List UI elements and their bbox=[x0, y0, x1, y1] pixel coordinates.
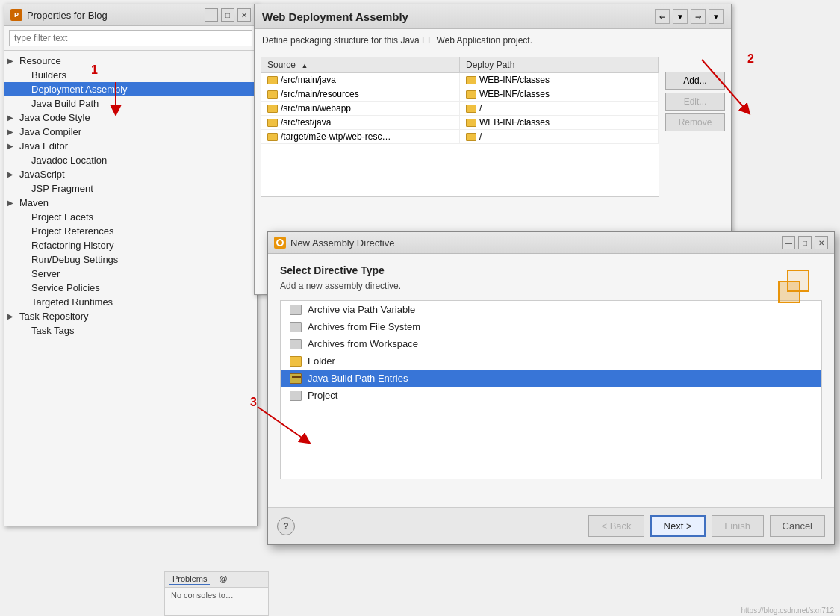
annotation-3: 3 bbox=[250, 396, 257, 409]
sidebar-item-label: Project Facets bbox=[31, 211, 93, 223]
problems-content: No consoles to… bbox=[165, 588, 268, 603]
expand-arrow-icon: ▶ bbox=[7, 113, 16, 122]
nad-footer-left: ? bbox=[277, 517, 295, 535]
table-row[interactable]: /src/test/javaWEB-INF/classes bbox=[261, 116, 659, 130]
forward-nav-button[interactable]: ⇒ bbox=[691, 9, 706, 24]
nad-list-item-label: Archives from Workspace bbox=[308, 338, 418, 349]
expand-arrow-icon: ▶ bbox=[7, 170, 16, 178]
table-row[interactable]: /src/main/resourcesWEB-INF/classes bbox=[261, 87, 659, 102]
sidebar-item-maven[interactable]: ▶Maven bbox=[4, 196, 257, 210]
minimize-button[interactable]: — bbox=[205, 8, 218, 22]
folder-icon bbox=[466, 90, 476, 99]
source-cell: /src/test/java bbox=[261, 116, 460, 129]
nad-close-button[interactable]: ✕ bbox=[815, 236, 828, 249]
properties-title: Properties for Blog bbox=[27, 10, 108, 21]
sidebar-item-java-build-path[interactable]: Java Build Path bbox=[4, 96, 257, 111]
problems-bar-header: Problems @ bbox=[165, 572, 268, 588]
deployment-title: Web Deployment Assembly bbox=[262, 10, 408, 23]
back-nav-button[interactable]: ⇐ bbox=[655, 9, 670, 24]
expand-arrow-icon: ▶ bbox=[7, 199, 16, 207]
annotation-2: 2 bbox=[747, 52, 754, 66]
deploy-cell: WEB-INF/classes bbox=[460, 116, 659, 129]
next-button[interactable]: Next > bbox=[650, 515, 706, 537]
sidebar-item-label: Refactoring History bbox=[31, 240, 114, 251]
deployment-table: Source ▲ Deploy Path /src/main/javaWEB-I… bbox=[261, 57, 659, 197]
sidebar-item-label: Builders bbox=[31, 69, 66, 81]
table-row[interactable]: /src/main/javaWEB-INF/classes bbox=[261, 73, 659, 87]
nad-list-item[interactable]: Project bbox=[281, 387, 821, 404]
maximize-button[interactable]: □ bbox=[221, 8, 234, 22]
sidebar-item-label: Java Build Path bbox=[31, 98, 99, 109]
back-button[interactable]: < Back bbox=[588, 515, 644, 537]
cancel-button[interactable]: Cancel bbox=[770, 515, 825, 537]
sidebar-item-rundebug-settings[interactable]: Run/Debug Settings bbox=[4, 252, 257, 267]
sidebar-item-task-repository[interactable]: ▶Task Repository bbox=[4, 309, 257, 323]
finish-button[interactable]: Finish bbox=[712, 515, 764, 537]
sidebar-item-label: Javadoc Location bbox=[31, 155, 107, 166]
problems-tab[interactable]: Problems bbox=[169, 573, 210, 585]
nad-list-item-label: Archive via Path Variable bbox=[308, 304, 415, 315]
sidebar-item-java-compiler[interactable]: ▶Java Compiler bbox=[4, 125, 257, 139]
filter-input[interactable] bbox=[9, 30, 252, 46]
titlebar-left: P Properties for Blog bbox=[10, 9, 108, 21]
deployment-table-area: Source ▲ Deploy Path /src/main/javaWEB-I… bbox=[255, 52, 731, 202]
sidebar-list: ▶ResourceBuildersDeployment AssemblyJava… bbox=[4, 51, 257, 512]
nad-list-item[interactable]: Folder bbox=[281, 352, 821, 370]
sidebar-item-resource[interactable]: ▶Resource bbox=[4, 54, 257, 68]
table-row[interactable]: /target/m2e-wtp/web-resc…/ bbox=[261, 130, 659, 144]
nav-more-button[interactable]: ▼ bbox=[709, 9, 724, 24]
graphic-boxes bbox=[778, 270, 819, 311]
sidebar-item-service-policies[interactable]: Service Policies bbox=[4, 281, 257, 295]
sidebar-item-server[interactable]: Server bbox=[4, 267, 257, 281]
sidebar-item-label: Run/Debug Settings bbox=[31, 254, 118, 265]
close-button[interactable]: ✕ bbox=[237, 8, 251, 22]
sidebar-item-task-tags[interactable]: Task Tags bbox=[4, 323, 257, 337]
sidebar-item-builders[interactable]: Builders bbox=[4, 68, 257, 82]
remove-button[interactable]: Remove bbox=[665, 113, 725, 131]
nad-icon bbox=[274, 237, 286, 249]
nad-minimize-button[interactable]: — bbox=[782, 236, 795, 249]
sidebar-item-project-facets[interactable]: Project Facets bbox=[4, 210, 257, 224]
at-tab[interactable]: @ bbox=[216, 573, 230, 585]
problems-bar: Problems @ No consoles to… bbox=[164, 571, 269, 616]
folder-icon bbox=[290, 356, 302, 367]
nad-list-item[interactable]: Archives from File System bbox=[281, 318, 821, 335]
nad-body: Select Directive Type Add a new assembly… bbox=[268, 254, 834, 496]
table-row[interactable]: /src/main/webapp/ bbox=[261, 102, 659, 116]
sidebar-item-javascript[interactable]: ▶JavaScript bbox=[4, 167, 257, 181]
sidebar-item-label: Service Policies bbox=[31, 282, 100, 293]
sidebar-item-label: Targeted Runtimes bbox=[31, 296, 113, 308]
deploy-cell: / bbox=[460, 102, 659, 115]
help-button[interactable]: ? bbox=[277, 517, 295, 535]
nav-dropdown-button[interactable]: ▼ bbox=[673, 9, 688, 24]
sidebar-item-label: Task Repository bbox=[19, 311, 88, 322]
nad-list-item[interactable]: Java Build Path Entries bbox=[281, 370, 821, 387]
folder-icon bbox=[267, 90, 278, 99]
sidebar-item-java-editor[interactable]: ▶Java Editor bbox=[4, 139, 257, 153]
filter-box bbox=[4, 26, 257, 51]
expand-arrow-icon: ▶ bbox=[7, 142, 16, 150]
nad-list-item[interactable]: Archives from Workspace bbox=[281, 335, 821, 352]
deployment-action-buttons: Add... Edit... Remove bbox=[659, 57, 725, 197]
folder-icon bbox=[267, 105, 278, 113]
sidebar-item-deployment-assembly[interactable]: Deployment Assembly bbox=[4, 82, 257, 96]
properties-icon: P bbox=[10, 9, 22, 21]
sidebar-item-targeted-runtimes[interactable]: Targeted Runtimes bbox=[4, 295, 257, 309]
sidebar-item-project-references[interactable]: Project References bbox=[4, 224, 257, 238]
window-controls: — □ ✕ bbox=[205, 8, 251, 22]
sidebar-item-refactoring-history[interactable]: Refactoring History bbox=[4, 238, 257, 252]
nad-maximize-button[interactable]: □ bbox=[798, 236, 812, 249]
folder-icon bbox=[267, 133, 278, 141]
nad-section-title: Select Directive Type bbox=[280, 264, 822, 276]
properties-titlebar: P Properties for Blog — □ ✕ bbox=[4, 4, 257, 26]
sidebar-content: ▶ResourceBuildersDeployment AssemblyJava… bbox=[4, 51, 257, 512]
nad-titlebar: New Assembly Directive — □ ✕ bbox=[268, 232, 834, 254]
sidebar-item-jsp-fragment[interactable]: JSP Fragment bbox=[4, 181, 257, 196]
sidebar-item-label: JavaScript bbox=[19, 169, 65, 180]
nad-list-item[interactable]: Archive via Path Variable bbox=[281, 301, 821, 318]
deploy-cell: WEB-INF/classes bbox=[460, 73, 659, 87]
edit-button[interactable]: Edit... bbox=[665, 93, 725, 111]
sidebar-item-javadoc-location[interactable]: Javadoc Location bbox=[4, 153, 257, 167]
add-button[interactable]: Add... bbox=[665, 72, 725, 90]
sidebar-item-java-code-style[interactable]: ▶Java Code Style bbox=[4, 111, 257, 125]
